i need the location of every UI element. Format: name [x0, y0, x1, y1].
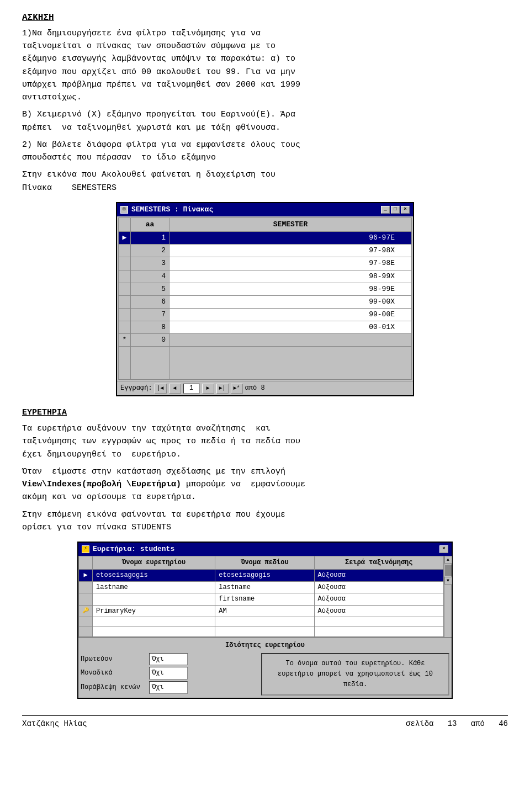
index-name	[93, 627, 215, 637]
exercise-text-3: 2) Να βάλετε διάφορα φίλτρα για να εμφαν…	[22, 139, 508, 164]
footer-page-label: σελίδα	[406, 719, 433, 728]
row-aa: 7	[131, 308, 169, 321]
sort-order	[314, 627, 443, 637]
nav-new-button[interactable]: ►*	[231, 384, 243, 394]
properties-grid: Πρωτεύον Όχι Μοναδικά Όχι Παράβλεψη κενώ…	[81, 653, 449, 696]
prop-label-ignore-nulls: Παράβλεψη κενών	[81, 682, 147, 693]
footer-page-info: σελίδα 13 από 46	[406, 718, 508, 730]
maximize-button[interactable]: □	[391, 206, 400, 214]
eurethria-title: ΕΥΡΕΤΗΡΙΑ	[22, 406, 508, 419]
indexes-table-container: Όνομα ευρετηρίου Όνομα πεδίου Σειρά ταξι…	[78, 556, 452, 637]
row-semester: 99-00Ε	[169, 308, 412, 321]
row-selector	[119, 295, 131, 308]
minimize-button[interactable]: _	[381, 206, 390, 214]
properties-title: Ιδιότητες ευρετηρίου	[81, 640, 449, 651]
prop-value-unique[interactable]: Όχι	[149, 667, 188, 680]
scroll-down-button[interactable]: ▼	[444, 577, 452, 585]
index-row[interactable]: ▶ etoseisagogis etoseisagogis Αύξουσα	[79, 569, 444, 581]
eurethria-text-2: Όταν είμαστε στην κατάσταση σχεδίασης με…	[22, 465, 508, 504]
window-controls[interactable]: ×	[439, 545, 448, 553]
semesters-table: aa SEMESTER ▶ 1 96-97Ε 2 97-98Χ	[118, 217, 412, 380]
exercise-text-4: Στην εικόνα που Ακολουθεί φαίνεται η δια…	[22, 168, 508, 194]
row-semester: 98-99Ε	[169, 283, 412, 295]
titlebar-left: ⚡ Ευρετήρια: students	[82, 544, 174, 555]
row-aa	[131, 347, 169, 380]
table-row[interactable]: 8 00-01Χ	[119, 321, 412, 334]
semesters-window: ⊞ SEMESTERS : Πίνακας _ □ × aa SEMESTER	[116, 202, 414, 396]
row-semester	[169, 347, 412, 380]
table-row[interactable]: ▶ 1 96-97Ε	[119, 232, 412, 245]
row-aa: 2	[131, 245, 169, 257]
table-row[interactable]: 2 97-98Χ	[119, 245, 412, 257]
prop-row-unique: Μοναδικά Όχι	[81, 667, 256, 680]
prop-value-ignore-nulls[interactable]: Όχι	[149, 681, 188, 694]
row-semester	[169, 334, 412, 347]
nav-prev-button[interactable]: ◄	[169, 384, 181, 394]
row-selector: 🔑	[79, 605, 93, 617]
scroll-up-button[interactable]: ▲	[444, 556, 452, 564]
eurethria-text-3: Στην επόμενη εικόνα φαίνονται τα ευρετήρ…	[22, 508, 508, 534]
nav-last-button[interactable]: ►|	[216, 384, 229, 394]
window-controls[interactable]: _ □ ×	[381, 206, 410, 214]
nav-first-button[interactable]: |◄	[155, 384, 167, 394]
field-name	[215, 617, 314, 627]
index-name: etoseisagogis	[93, 569, 215, 581]
table-row[interactable]: 7 99-00Ε	[119, 308, 412, 321]
row-selector	[119, 321, 131, 334]
row-aa: 3	[131, 257, 169, 270]
index-properties-section: Ιδιότητες ευρετηρίου Πρωτεύον Όχι Μοναδι…	[78, 637, 452, 697]
scroll-thumb[interactable]	[445, 565, 452, 576]
col-semester: SEMESTER	[169, 217, 412, 231]
prop-value-primary[interactable]: Όχι	[149, 653, 188, 666]
row-aa: 6	[131, 295, 169, 308]
table-row[interactable]: 4 98-99Χ	[119, 270, 412, 283]
row-semester: 99-00Χ	[169, 295, 412, 308]
index-empty-row	[79, 627, 444, 637]
properties-description: Το όνομα αυτού του ευρετηρίου. Κάθε ευρε…	[261, 653, 449, 696]
row-selector	[119, 308, 131, 321]
indexes-window-title: Ευρετήρια: students	[93, 544, 174, 555]
row-selector: *	[119, 334, 131, 347]
statusbar-total: από 8	[245, 383, 265, 394]
prop-label-primary: Πρωτεύον	[81, 654, 147, 665]
table-new-row[interactable]: * 0	[119, 334, 412, 347]
row-semester: 00-01Χ	[169, 321, 412, 334]
nav-next-button[interactable]: ►	[202, 384, 214, 394]
col-index-name: Όνομα ευρετηρίου	[93, 556, 215, 570]
page-content: ΑΣΚΗΣΗ 1)Να δημιουργήσετε ένα φίλτρο ταξ…	[22, 11, 508, 730]
indexes-table-area: Όνομα ευρετηρίου Όνομα πεδίου Σειρά ταξι…	[78, 556, 444, 637]
field-name	[215, 627, 314, 637]
table-empty-rows	[119, 347, 412, 380]
scrollbar-vertical[interactable]: ▲ ▼	[444, 556, 452, 637]
window-icon: ⊞	[120, 206, 128, 214]
row-semester: 96-97Ε	[169, 232, 412, 245]
prop-row-ignore-nulls: Παράβλεψη κενών Όχι	[81, 681, 256, 694]
table-row[interactable]: 5 98-99Ε	[119, 283, 412, 295]
footer-author: Χατζάκης Ηλίας	[22, 718, 87, 730]
index-row[interactable]: lastname lastname Αύξουσα	[79, 581, 444, 593]
close-button[interactable]: ×	[401, 206, 410, 214]
footer-page-current: 13	[448, 719, 457, 728]
index-row[interactable]: 🔑 PrimaryKey ΑΜ Αύξουσα	[79, 605, 444, 617]
col-aa: aa	[131, 217, 169, 231]
statusbar-label: Εγγραφή:	[120, 383, 152, 394]
row-semester: 97-98Χ	[169, 245, 412, 257]
table-row[interactable]: 6 99-00Χ	[119, 295, 412, 308]
row-aa: 1	[131, 232, 169, 245]
close-button[interactable]: ×	[439, 545, 448, 553]
prop-row-primary: Πρωτεύον Όχι	[81, 653, 256, 666]
index-name	[93, 593, 215, 606]
sort-order: Αύξουσα	[314, 581, 443, 593]
row-selector: ▶	[79, 569, 93, 581]
row-selector: ▶	[119, 232, 131, 245]
sort-order: Αύξουσα	[314, 569, 443, 581]
index-row[interactable]: firtsname Αύξουσα	[79, 593, 444, 606]
field-name: firtsname	[215, 593, 314, 606]
properties-fields: Πρωτεύον Όχι Μοναδικά Όχι Παράβλεψη κενώ…	[81, 653, 256, 696]
index-name: PrimaryKey	[93, 605, 215, 617]
row-selector	[79, 627, 93, 637]
table-row[interactable]: 3 97-98Ε	[119, 257, 412, 270]
row-selector	[119, 257, 131, 270]
index-name	[93, 617, 215, 627]
row-selector	[119, 270, 131, 283]
